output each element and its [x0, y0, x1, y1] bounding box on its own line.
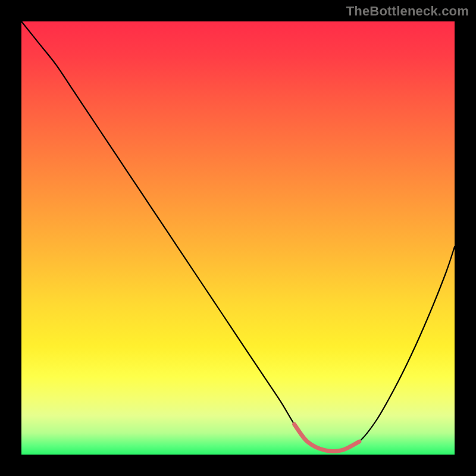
bottleneck-curve: [21, 21, 455, 452]
watermark-text: TheBottleneck.com: [346, 4, 469, 19]
valley-highlight: [295, 424, 359, 452]
chart-overlay-svg: [21, 21, 455, 455]
chart-frame: TheBottleneck.com: [0, 0, 476, 476]
